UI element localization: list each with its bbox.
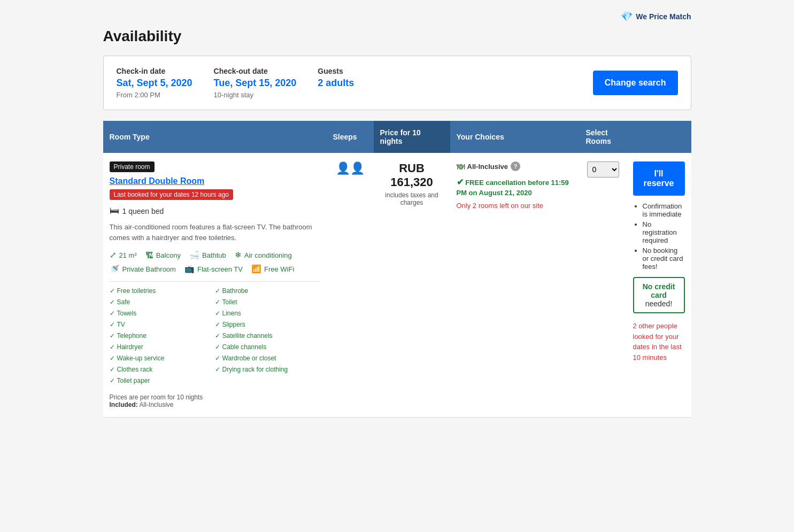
bullet-3: No booking or credit card fees!: [643, 246, 685, 271]
amenities-check-list: ✓Free toiletries ✓Bathrobe ✓Safe ✓Toilet…: [110, 287, 320, 386]
checkout-value: Tue, Sept 15, 2020: [214, 78, 297, 89]
price-cell: RUB 161,320 includes taxes and charges: [374, 153, 450, 418]
action-cell: I'll reserve Confirmation is immediate N…: [627, 153, 691, 418]
wifi-icon: 📶: [251, 264, 261, 274]
check-free-toiletries: ✓Free toiletries: [110, 287, 215, 295]
price-match: 💎 We Price Match: [621, 11, 691, 22]
check-wardrobe: ✓Wardrobe or closet: [215, 354, 320, 362]
all-inclusive-label: All-Inclusive: [467, 163, 508, 171]
no-credit-card-rest: needed!: [645, 299, 673, 308]
guests-value: 2 adults: [318, 78, 354, 89]
last-booked-badge: Last booked for your dates 12 hours ago: [110, 189, 233, 200]
room-select-dropdown[interactable]: 0 1 2 3 4 5: [587, 161, 619, 178]
bullet-2: No registration required: [643, 220, 685, 244]
select-cell: 0 1 2 3 4 5: [580, 153, 627, 418]
amenity-private-bath: 🚿 Private Bathroom: [110, 264, 176, 274]
no-credit-card-bold: No credit card: [643, 282, 675, 299]
amenity-size-label: 21 m²: [119, 251, 137, 259]
bed-info: 🛏 1 queen bed: [110, 205, 320, 217]
amenity-wifi-label: Free WiFi: [264, 265, 294, 273]
check-satellite: ✓Satellite channels: [215, 332, 320, 340]
rooms-left-text: Only 2 rooms left on our site: [457, 202, 573, 210]
all-inclusive-icon: 🍽: [457, 162, 465, 171]
check-drying-rack: ✓Drying rack for clothing: [215, 366, 320, 373]
amenity-wifi: 📶 Free WiFi: [251, 264, 294, 274]
amenity-tv-label: Flat-screen TV: [197, 265, 243, 273]
amenity-balcony-label: Balcony: [156, 251, 181, 259]
page-title: Availability: [103, 28, 691, 45]
amenities-icons-list: ⤢ 21 m² 🏗 Balcony 🛁 Bathtub ❄: [110, 250, 320, 274]
header-room-type: Room Type: [103, 121, 327, 153]
bathtub-icon: 🛁: [189, 250, 199, 260]
checkout-sub: 10-night stay: [214, 91, 297, 99]
change-search-button[interactable]: Change search: [593, 71, 678, 95]
checkout-field: Check-out date Tue, Sept 15, 2020 10-nig…: [214, 67, 297, 99]
table-row: Private room Standard Double Room Last b…: [103, 153, 691, 418]
free-cancel-label: FREE cancellation before 11:59 PM on Aug…: [457, 179, 569, 197]
price-includes: includes taxes and charges: [380, 191, 444, 206]
checkin-sub: From 2:00 PM: [117, 91, 192, 99]
price-match-label: We Price Match: [636, 12, 691, 21]
table-header: Room Type Sleeps Price for 10 nights You…: [103, 121, 691, 153]
check-towels: ✓Towels: [110, 310, 215, 317]
checkin-field: Check-in date Sat, Sept 5, 2020 From 2:0…: [117, 67, 192, 99]
included-value: All-Inclusive: [140, 401, 174, 408]
prices-note: Prices are per room for 10 nights Includ…: [110, 394, 320, 408]
included-label: Included:: [110, 401, 138, 408]
guests-label: Guests: [318, 67, 354, 75]
balcony-icon: 🏗: [145, 251, 153, 260]
check-linens: ✓Linens: [215, 310, 320, 317]
search-box: Check-in date Sat, Sept 5, 2020 From 2:0…: [103, 56, 691, 110]
check-tv: ✓TV: [110, 321, 215, 328]
amenity-ac-label: Air conditioning: [244, 251, 292, 259]
price-main: RUB 161,320: [380, 161, 444, 189]
tv-icon: 📺: [184, 264, 195, 274]
check-telephone: ✓Telephone: [110, 332, 215, 340]
bullet-list: Confirmation is immediate No registratio…: [633, 202, 685, 271]
amenity-bathtub-label: Bathtub: [202, 251, 226, 259]
ac-icon: ❄: [235, 250, 242, 260]
check-toilet-paper: ✓Toilet paper: [110, 377, 215, 384]
prices-note-text: Prices are per room for 10 nights: [110, 394, 203, 401]
availability-table: Room Type Sleeps Price for 10 nights You…: [103, 121, 691, 418]
header-action: [627, 121, 691, 153]
urgency-text: 2 other people looked for your dates in …: [633, 321, 685, 363]
check-slippers: ✓Slippers: [215, 321, 320, 328]
guests-icons: 👤👤: [336, 161, 365, 175]
reserve-button[interactable]: I'll reserve: [633, 161, 685, 196]
amenity-balcony: 🏗 Balcony: [145, 250, 181, 260]
check-safe: ✓Safe: [110, 298, 215, 306]
check-hairdryer: ✓Hairdryer: [110, 343, 215, 351]
amenity-bathtub: 🛁 Bathtub: [189, 250, 226, 260]
room-description: This air-conditioned room features a fla…: [110, 222, 320, 243]
amenity-size: ⤢ 21 m²: [110, 250, 137, 260]
room-type-cell: Private room Standard Double Room Last b…: [103, 153, 327, 418]
check-bathrobe: ✓Bathrobe: [215, 287, 320, 295]
guests-field: Guests 2 adults: [318, 67, 354, 89]
check-clothes-rack: ✓Clothes rack: [110, 366, 215, 373]
check-toilet: ✓Toilet: [215, 298, 320, 306]
size-icon: ⤢: [110, 250, 117, 260]
bullet-1: Confirmation is immediate: [643, 202, 685, 218]
amenity-private-bath-label: Private Bathroom: [122, 265, 176, 273]
checkin-value: Sat, Sept 5, 2020: [117, 78, 192, 89]
checkin-label: Check-in date: [117, 67, 192, 75]
bed-icon: 🛏: [110, 205, 119, 217]
choices-cell: 🍽 All-Inclusive ? ✔ FREE cancellation be…: [450, 153, 580, 418]
header-sleeps: Sleeps: [327, 121, 374, 153]
amenity-tv: 📺 Flat-screen TV: [184, 264, 243, 274]
help-icon[interactable]: ?: [511, 161, 520, 171]
private-room-badge: Private room: [110, 161, 155, 172]
checkout-label: Check-out date: [214, 67, 297, 75]
check-wakeup: ✓Wake-up service: [110, 354, 215, 362]
sleeps-cell: 👤👤: [327, 153, 374, 418]
price-match-icon: 💎: [621, 11, 633, 22]
amenity-ac: ❄ Air conditioning: [235, 250, 292, 260]
header-price: Price for 10 nights: [374, 121, 450, 153]
header-select: Select Rooms: [580, 121, 627, 153]
private-bath-icon: 🚿: [110, 264, 120, 274]
bed-label: 1 queen bed: [122, 207, 164, 215]
free-cancel-text: ✔ FREE cancellation before 11:59 PM on A…: [457, 176, 573, 198]
room-name-link[interactable]: Standard Double Room: [110, 176, 320, 186]
no-credit-card-notice: No credit card needed!: [633, 277, 685, 313]
